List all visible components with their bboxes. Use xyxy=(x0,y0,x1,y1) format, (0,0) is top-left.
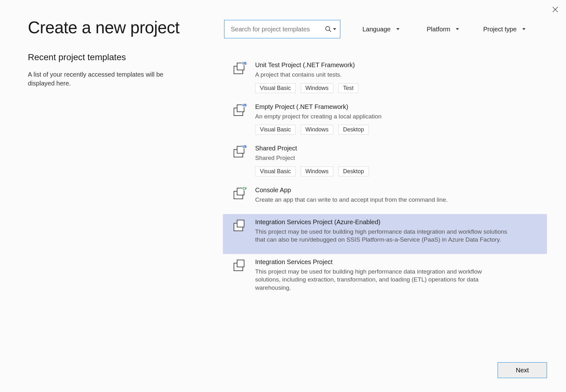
shared-project-vb-icon: VB xyxy=(232,146,246,159)
template-description: Shared Project xyxy=(255,154,508,162)
svg-marker-5 xyxy=(396,28,399,30)
project-type-filter[interactable]: Project type xyxy=(482,24,527,35)
template-list: VBUnit Test Project (.NET Framework)A pr… xyxy=(224,57,547,302)
template-tag: Visual Basic xyxy=(255,83,296,93)
unit-test-vb-icon: VB xyxy=(232,63,246,75)
template-tag: Test xyxy=(338,83,358,93)
recent-templates-heading: Recent project templates xyxy=(28,52,205,62)
recent-templates-description: A list of your recently accessed templat… xyxy=(28,70,167,88)
close-button[interactable] xyxy=(551,6,559,13)
lang-badge: VB xyxy=(242,104,247,107)
chevron-down-icon xyxy=(522,28,525,31)
console-app-csharp-icon: C# xyxy=(232,188,246,200)
template-item[interactable]: VBShared ProjectShared ProjectVisual Bas… xyxy=(223,140,547,182)
template-tag: Windows xyxy=(301,83,333,93)
template-title: Console App xyxy=(255,187,531,194)
svg-line-3 xyxy=(329,30,331,32)
template-description: A project that contains unit tests. xyxy=(255,71,508,79)
template-title: Integration Services Project (Azure-Enab… xyxy=(255,218,531,226)
template-title: Empty Project (.NET Framework) xyxy=(255,103,531,111)
template-tags: Visual BasicWindowsTest xyxy=(255,83,531,93)
chevron-down-icon xyxy=(456,28,459,31)
ssis-project-icon xyxy=(232,260,246,272)
template-description: This project may be used for building hi… xyxy=(255,268,508,292)
search-input[interactable] xyxy=(230,25,325,33)
template-item[interactable]: Integration Services ProjectThis project… xyxy=(223,254,547,302)
template-tags: Visual BasicWindowsDesktop xyxy=(255,167,531,176)
template-title: Integration Services Project xyxy=(255,258,531,266)
template-description: This project may be used for building hi… xyxy=(255,228,508,244)
next-button[interactable]: Next xyxy=(498,362,547,378)
search-icon xyxy=(325,26,332,33)
template-tag: Windows xyxy=(301,125,333,135)
template-description: An empty project for creating a local ap… xyxy=(255,112,508,121)
platform-filter[interactable]: Platform xyxy=(425,24,460,35)
template-tags: Visual BasicWindowsDesktop xyxy=(255,125,531,135)
language-filter[interactable]: Language xyxy=(361,24,401,35)
platform-filter-label: Platform xyxy=(427,26,450,33)
svg-marker-4 xyxy=(333,28,336,30)
template-title: Unit Test Project (.NET Framework) xyxy=(255,61,531,69)
template-title: Shared Project xyxy=(255,145,531,152)
search-input-container[interactable] xyxy=(224,20,340,38)
page-title: Create a new project xyxy=(28,18,205,37)
svg-marker-6 xyxy=(456,28,459,30)
lang-badge: C# xyxy=(242,187,247,190)
lang-badge: VB xyxy=(242,62,247,65)
template-description: Create an app that can write to and acce… xyxy=(255,196,508,204)
template-item[interactable]: VBUnit Test Project (.NET Framework)A pr… xyxy=(223,57,547,99)
template-tag: Windows xyxy=(301,167,333,176)
template-item[interactable]: VBEmpty Project (.NET Framework)An empty… xyxy=(223,99,547,141)
project-type-filter-label: Project type xyxy=(483,26,517,33)
language-filter-label: Language xyxy=(362,26,391,33)
empty-project-vb-icon: VB xyxy=(232,104,246,117)
svg-marker-7 xyxy=(522,28,525,30)
svg-point-2 xyxy=(326,27,330,31)
template-tag: Desktop xyxy=(338,167,369,176)
close-icon xyxy=(551,6,559,13)
chevron-down-icon[interactable] xyxy=(333,28,336,31)
template-tag: Visual Basic xyxy=(255,167,296,176)
ssis-azure-project-icon xyxy=(232,220,246,232)
lang-badge: VB xyxy=(242,145,247,149)
template-item[interactable]: Integration Services Project (Azure-Enab… xyxy=(223,214,547,254)
template-item[interactable]: C#Console AppCreate an app that can writ… xyxy=(223,182,547,214)
template-tag: Visual Basic xyxy=(255,125,296,135)
template-tag: Desktop xyxy=(338,125,369,135)
chevron-down-icon xyxy=(396,28,399,31)
